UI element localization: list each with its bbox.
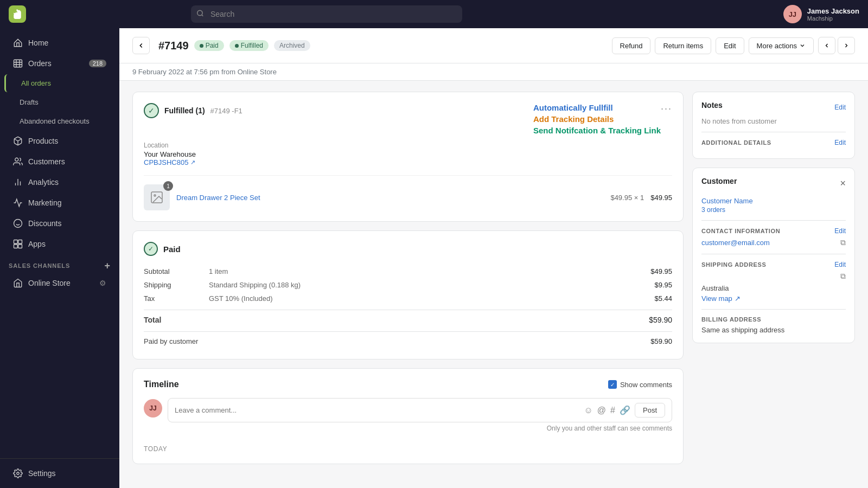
refund-button[interactable]: Refund xyxy=(612,37,651,54)
product-name-link[interactable]: Dream Drawer 2 Piece Set xyxy=(176,194,604,202)
no-notes-text: No notes from customer xyxy=(701,117,846,125)
subtotal-row: Subtotal 1 item $49.95 xyxy=(144,265,672,278)
sidebar-label-discounts: Discounts xyxy=(28,219,61,228)
external-map-icon: ↗ xyxy=(735,294,741,303)
notes-edit-link[interactable]: Edit xyxy=(834,104,846,111)
products-icon xyxy=(13,136,23,146)
send-notification-link[interactable]: Send Notifcation & Tracking Link xyxy=(533,126,661,135)
sidebar-item-all-orders[interactable]: All orders xyxy=(4,74,115,92)
shipping-address-row: ⧉ xyxy=(701,272,846,281)
sidebar-item-marketing[interactable]: Marketing xyxy=(4,193,115,213)
multiplier: × 1 xyxy=(634,194,644,202)
order-number: #7149 xyxy=(158,40,189,52)
sidebar-item-abandoned[interactable]: Abandoned checkouts xyxy=(4,112,115,130)
edit-button[interactable]: Edit xyxy=(716,37,744,54)
location-label: Location xyxy=(144,142,672,149)
online-store-settings-icon[interactable]: ⚙ xyxy=(99,279,106,287)
location-section: Location Your Warehouse CPBJSHC805 ↗ xyxy=(144,142,672,166)
emoji-icon[interactable]: ☺ xyxy=(584,406,592,415)
copy-email-icon[interactable]: ⧉ xyxy=(840,238,846,247)
analytics-icon xyxy=(13,177,23,187)
user-name: James Jackson xyxy=(807,7,859,15)
sidebar-item-customers[interactable]: Customers xyxy=(4,152,115,171)
shipping-value: $9.95 xyxy=(634,281,672,289)
additional-details-edit-link[interactable]: Edit xyxy=(834,139,846,146)
next-order-button[interactable] xyxy=(838,37,855,54)
main-content: #7149 Paid Fulfilled Archived Refund Ret… xyxy=(119,28,868,488)
comment-user-initials: JJ xyxy=(149,404,156,412)
prev-order-button[interactable] xyxy=(818,37,835,54)
post-comment-button[interactable]: Post xyxy=(635,403,665,418)
timeline-card: Timeline ✓ Show comments JJ xyxy=(132,368,684,464)
subtotal-value: $49.95 xyxy=(634,267,672,275)
sidebar-item-settings[interactable]: Settings xyxy=(4,464,115,483)
apps-icon xyxy=(13,239,23,249)
customer-card-title: Customer xyxy=(701,177,737,185)
sidebar-item-products[interactable]: Products xyxy=(4,131,115,151)
show-comments-checkbox[interactable]: ✓ xyxy=(608,380,617,389)
auto-fulfill-link[interactable]: Automatically Fullfill xyxy=(533,103,661,112)
fulfillment-title-group: Fulfilled (1) #7149 -F1 xyxy=(164,106,242,115)
tracking-code: CPBJSHC805 xyxy=(144,158,188,166)
back-button[interactable] xyxy=(132,37,150,54)
customer-divider-3 xyxy=(701,309,846,310)
home-icon xyxy=(13,38,23,48)
notes-divider xyxy=(701,132,846,132)
billing-address-value: Same as shipping address xyxy=(701,326,846,334)
customer-card-close-button[interactable]: × xyxy=(840,178,846,189)
svg-rect-13 xyxy=(18,245,22,248)
chevron-left-icon xyxy=(824,42,830,49)
top-navigation: JJ James Jackson Machship xyxy=(0,0,868,28)
tax-label: Tax xyxy=(144,294,209,303)
notes-header: Notes Edit xyxy=(701,101,846,114)
customer-name-link[interactable]: Customer Name xyxy=(701,197,753,205)
show-comments-toggle[interactable]: ✓ Show comments xyxy=(608,380,672,389)
sidebar-item-drafts[interactable]: Drafts xyxy=(4,93,115,111)
add-tracking-link[interactable]: Add Tracking Details xyxy=(533,114,661,124)
product-img-icon xyxy=(150,191,163,204)
svg-rect-1 xyxy=(14,60,22,67)
svg-point-0 xyxy=(197,10,202,15)
settings-icon xyxy=(13,468,23,478)
sidebar-label-apps: Apps xyxy=(28,240,46,248)
sidebar-item-discounts[interactable]: Discounts xyxy=(4,214,115,233)
copy-address-icon[interactable]: ⧉ xyxy=(840,272,846,281)
customer-orders-link[interactable]: 3 orders xyxy=(701,206,725,214)
attachment-icon[interactable]: 🔗 xyxy=(620,405,630,415)
tracking-link[interactable]: CPBJSHC805 ↗ xyxy=(144,158,672,166)
hashtag-icon[interactable]: # xyxy=(610,406,615,415)
total-value: $59.90 xyxy=(634,316,672,324)
sidebar-item-home[interactable]: Home xyxy=(4,33,115,53)
add-sales-channel-button[interactable]: + xyxy=(105,261,111,271)
return-items-button[interactable]: Return items xyxy=(655,37,711,54)
comment-toolbar: ☺ @ # 🔗 Post xyxy=(584,403,665,418)
comment-input[interactable] xyxy=(175,406,579,414)
search-input[interactable] xyxy=(191,5,462,23)
paid-icon: ✓ xyxy=(144,242,158,256)
view-map-link[interactable]: View map ↗ xyxy=(701,294,846,303)
sidebar-item-online-store[interactable]: Online Store ⚙ xyxy=(4,273,115,293)
header-actions: Refund Return items Edit More actions xyxy=(612,37,855,54)
more-actions-button[interactable]: More actions xyxy=(749,37,814,54)
product-line-total: $49.95 xyxy=(650,194,672,202)
sidebar: Home Orders 218 All orders Drafts Abando… xyxy=(0,28,119,488)
more-actions-label: More actions xyxy=(757,42,797,50)
shopify-logo xyxy=(9,5,26,23)
shipping-address-edit-link[interactable]: Edit xyxy=(834,261,846,268)
sidebar-item-orders[interactable]: Orders 218 xyxy=(4,54,115,73)
show-comments-label: Show comments xyxy=(620,381,672,389)
location-value: Your Warehouse xyxy=(144,150,672,158)
customer-email-link[interactable]: customer@email.com xyxy=(701,239,770,247)
orders-badge: 218 xyxy=(89,60,106,67)
mention-icon[interactable]: @ xyxy=(597,406,606,415)
fulfillment-menu-dots[interactable]: ··· xyxy=(661,103,672,114)
contact-info-edit-link[interactable]: Edit xyxy=(834,227,846,235)
timeline-title: Timeline xyxy=(144,380,179,389)
customer-card: Customer × Customer Name 3 orders CONTAC… xyxy=(692,168,855,343)
payment-card: ✓ Paid Subtotal 1 item $49.95 Shipping S… xyxy=(132,230,684,359)
fulfillment-ref: #7149 -F1 xyxy=(210,107,242,115)
today-label: TODAY xyxy=(144,445,672,453)
shipping-address-label: SHIPPING ADDRESS xyxy=(701,261,767,268)
sidebar-item-apps[interactable]: Apps xyxy=(4,234,115,254)
sidebar-item-analytics[interactable]: Analytics xyxy=(4,172,115,192)
